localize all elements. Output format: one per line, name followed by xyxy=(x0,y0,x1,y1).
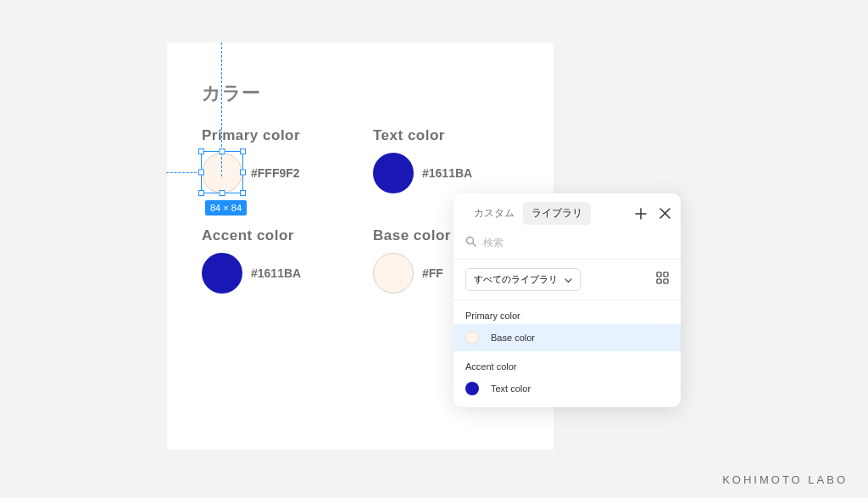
svg-point-0 xyxy=(467,238,474,244)
search-input[interactable] xyxy=(483,237,669,249)
library-dropdown[interactable]: すべてのライブラリ xyxy=(465,268,581,291)
library-item-label: Base color xyxy=(491,333,535,343)
section-title: カラー xyxy=(202,81,261,106)
swatch-text: Text color #1611BA xyxy=(373,127,472,193)
alignment-guide-horizontal xyxy=(166,172,201,173)
library-panel: カスタム ライブラリ すべてのライブラリ xyxy=(453,193,681,407)
close-icon[interactable] xyxy=(657,206,672,221)
swatch-label: Base color xyxy=(373,227,451,244)
swatch-label: Accent color xyxy=(202,227,301,244)
panel-search xyxy=(453,232,681,260)
color-swatch-circle[interactable] xyxy=(373,253,414,294)
swatch-label: Text color xyxy=(373,127,472,144)
watermark: KOHIMOTO LABO xyxy=(722,473,848,486)
library-item-text-color[interactable]: Text color xyxy=(453,375,681,402)
swatch-hex: #1611BA xyxy=(251,266,301,280)
library-section-title: Primary color xyxy=(453,300,681,324)
swatch-base: Base color #FF xyxy=(373,227,451,294)
svg-rect-2 xyxy=(664,272,668,277)
color-swatch-circle[interactable] xyxy=(373,153,414,193)
library-section-title: Accent color xyxy=(453,351,681,375)
tab-library[interactable]: ライブラリ xyxy=(523,202,591,225)
swatch-label: Primary color xyxy=(202,127,300,144)
dropdown-label: すべてのライブラリ xyxy=(474,273,558,286)
add-icon[interactable] xyxy=(633,206,648,221)
chevron-down-icon xyxy=(565,275,572,285)
color-dot xyxy=(465,382,479,395)
color-swatch-circle[interactable] xyxy=(202,253,242,294)
panel-filter-row: すべてのライブラリ xyxy=(453,260,681,300)
color-swatch-circle[interactable] xyxy=(202,153,242,193)
panel-tabs: カスタム ライブラリ xyxy=(453,193,681,232)
svg-rect-1 xyxy=(657,272,661,277)
grid-view-icon[interactable] xyxy=(656,271,669,288)
alignment-guide-vertical xyxy=(221,42,222,176)
tab-custom[interactable]: カスタム xyxy=(465,202,523,225)
library-item-label: Text color xyxy=(491,383,531,394)
swatch-hex: #FFF9F2 xyxy=(251,166,300,180)
swatch-primary: Primary color #FFF9F2 xyxy=(202,127,300,193)
search-icon xyxy=(465,235,476,250)
swatch-hex: #FF xyxy=(422,266,443,280)
selection-size-badge: 84 × 84 xyxy=(205,200,247,215)
color-dot xyxy=(465,331,479,344)
library-item-base-color[interactable]: Base color xyxy=(453,324,681,351)
svg-rect-4 xyxy=(664,279,668,283)
svg-rect-3 xyxy=(657,279,661,283)
swatch-hex: #1611BA xyxy=(422,166,472,180)
swatch-accent: Accent color #1611BA xyxy=(202,227,301,294)
